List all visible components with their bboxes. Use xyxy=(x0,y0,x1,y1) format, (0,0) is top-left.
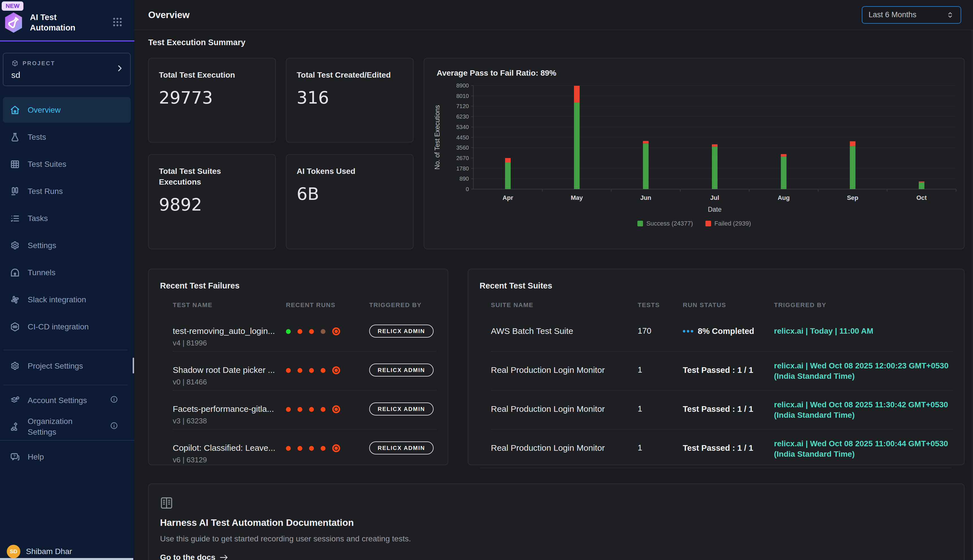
svg-text:890: 890 xyxy=(460,175,469,182)
app-logo-icon xyxy=(3,12,24,33)
failure-row[interactable]: Shadow root Date picker ...v0 | 81466 RE… xyxy=(173,352,437,391)
org-tree-icon xyxy=(10,422,20,432)
run-status-dot xyxy=(298,329,302,334)
svg-text:Date: Date xyxy=(708,206,722,213)
project-label: PROJECT xyxy=(23,60,55,67)
time-range-select[interactable]: Last 6 Months xyxy=(862,6,961,24)
legend-failed: Failed (2939) xyxy=(705,220,751,227)
tables-row: Recent Test Failures TEST NAMERECENT RUN… xyxy=(148,269,965,465)
tunnel-icon xyxy=(10,267,20,278)
sidebar-item-help[interactable]: ? Help xyxy=(3,444,131,470)
app-title: AI Test Automation xyxy=(30,12,75,33)
svg-text:1780: 1780 xyxy=(457,165,469,172)
sidebar-horizontal-scrollbar[interactable] xyxy=(0,558,133,560)
svg-text:2670: 2670 xyxy=(457,155,469,161)
page-header: Overview Last 6 Months xyxy=(134,0,973,30)
failure-row[interactable]: Facets-performance-gitla...v3 | 63238 RE… xyxy=(173,391,437,430)
content: Test Execution Summary Total Test Execut… xyxy=(134,38,973,560)
run-status-dot xyxy=(332,405,340,413)
svg-text:8900: 8900 xyxy=(457,83,469,88)
docs-subtitle: Use this guide to get started recording … xyxy=(160,534,953,543)
layers-gear-icon xyxy=(10,395,20,406)
apps-grid-icon[interactable] xyxy=(112,17,123,29)
chart-legend: Success (24377) Failed (2939) xyxy=(431,220,957,227)
svg-text:?: ? xyxy=(13,454,15,458)
home-icon xyxy=(10,105,20,115)
suite-row[interactable]: Real Production Login Monitor 1 Test Pas… xyxy=(491,430,953,465)
sidebar-divider xyxy=(3,350,128,350)
pass-fail-chart: 0890178026703560445053406230712080108900… xyxy=(431,83,957,216)
cicd-icon xyxy=(10,322,20,332)
book-icon xyxy=(160,497,173,509)
recent-runs xyxy=(286,327,369,335)
triggered-by-button[interactable]: RELICX ADMIN xyxy=(369,325,433,338)
run-status-dot xyxy=(298,368,302,373)
failure-row[interactable]: Copilot: Classified: Leave...v6 | 63129 … xyxy=(173,430,437,465)
project-name: sd xyxy=(11,70,122,80)
failure-row[interactable]: test-removing_auto_login...v4 | 81996 RE… xyxy=(173,309,437,352)
suite-row[interactable]: Real Production Login Monitor 1 Test Pas… xyxy=(491,391,953,430)
sidebar-footer: ? Help SD Shibam Dhar xyxy=(0,440,134,560)
triggered-by-button[interactable]: RELICX ADMIN xyxy=(369,402,433,415)
sidebar-item-overview[interactable]: Overview xyxy=(3,97,131,123)
sidebar-item-settings[interactable]: Settings xyxy=(3,233,131,258)
svg-text:5340: 5340 xyxy=(457,124,469,130)
select-updown-icon xyxy=(946,11,955,19)
sidebar-item-test-runs[interactable]: Test Runs xyxy=(3,178,131,204)
sidebar-item-organization-settings[interactable]: Organization Settings xyxy=(3,413,131,440)
triggered-by-button[interactable]: RELICX ADMIN xyxy=(369,442,433,455)
project-selector[interactable]: PROJECT sd xyxy=(3,53,131,86)
sidebar-item-tunnels[interactable]: Tunnels xyxy=(3,260,131,285)
info-icon xyxy=(110,395,118,406)
run-status-dot xyxy=(332,367,340,374)
summary-grid: Total Test Execution 29773 Total Test Cr… xyxy=(148,58,965,249)
run-status-dot xyxy=(321,407,325,412)
svg-text:0: 0 xyxy=(466,186,469,192)
run-status-dot xyxy=(286,407,291,412)
sidebar-item-project-settings[interactable]: Project Settings xyxy=(3,353,131,379)
main-scrollbar-track[interactable] xyxy=(971,30,973,560)
run-status-dot xyxy=(298,446,302,451)
run-status-dot xyxy=(309,329,314,334)
stat-card-ai-tokens: AI Tokens Used 6B xyxy=(286,154,413,249)
svg-text:Apr: Apr xyxy=(502,194,513,201)
run-status-dot xyxy=(298,407,302,412)
pass-fail-chart-card: Average Pass to Fail Ratio: 89% 08901780… xyxy=(424,58,965,249)
svg-text:Sep: Sep xyxy=(847,194,858,201)
test-runs-icon xyxy=(10,186,20,197)
svg-text:No. of Test Executions: No. of Test Executions xyxy=(433,105,441,169)
sidebar-scrollbar-thumb[interactable] xyxy=(133,358,134,373)
triggered-by-button[interactable]: RELICX ADMIN xyxy=(369,363,433,377)
main-area: Overview Last 6 Months Test Execution Su… xyxy=(134,0,973,560)
user-profile[interactable]: SD Shibam Dhar xyxy=(7,545,72,558)
help-chat-icon: ? xyxy=(10,452,20,462)
task-list-icon xyxy=(10,213,20,224)
sidebar-item-account-settings[interactable]: Account Settings xyxy=(3,388,131,413)
run-status-dot xyxy=(309,368,314,373)
sidebar-item-slack-integration[interactable]: Slack integration xyxy=(3,287,131,312)
run-status-dot xyxy=(309,446,314,451)
sidebar-item-test-suites[interactable]: Test Suites xyxy=(3,151,131,177)
suite-row[interactable]: AWS Batch Test Suite 170 8% Completed re… xyxy=(491,309,953,352)
svg-text:4450: 4450 xyxy=(457,134,469,140)
chevron-right-icon xyxy=(115,64,124,73)
docs-link[interactable]: Go to the docs xyxy=(160,553,953,560)
recent-runs xyxy=(286,405,369,413)
avatar: SD xyxy=(7,545,20,558)
cube-icon xyxy=(11,60,18,67)
sidebar-item-tests[interactable]: Tests xyxy=(3,124,131,150)
legend-success: Success (24377) xyxy=(637,220,693,227)
stat-card-total-suite-executions: Total Test Suites Executions 9892 xyxy=(148,154,276,249)
table-grid-icon xyxy=(10,159,20,170)
svg-text:6230: 6230 xyxy=(457,113,469,120)
sidebar-item-tasks[interactable]: Tasks xyxy=(3,205,131,231)
suite-row[interactable]: Real Production Login Monitor 1 Test Pas… xyxy=(491,352,953,391)
slack-icon xyxy=(10,294,20,305)
brand-divider xyxy=(0,40,134,42)
sidebar: NEW AI Test Automation xyxy=(0,0,134,560)
sidebar-item-cicd-integration[interactable]: CI-CD integration xyxy=(3,314,131,340)
info-icon xyxy=(110,422,118,432)
run-status-dot xyxy=(309,407,314,412)
run-status-dot xyxy=(286,446,291,451)
user-name: Shibam Dhar xyxy=(26,547,72,556)
